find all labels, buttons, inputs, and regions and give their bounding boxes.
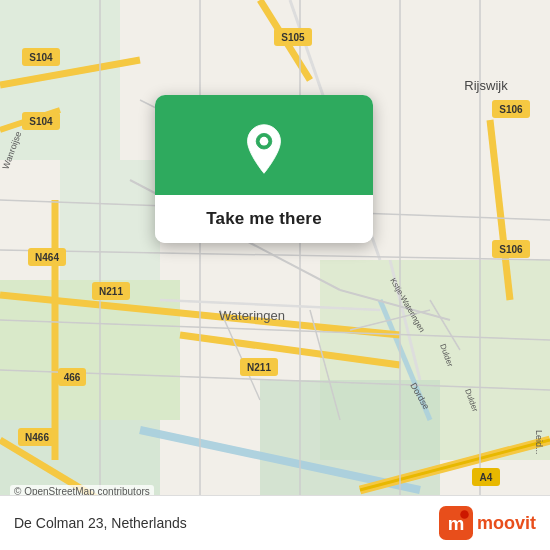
svg-text:S106: S106 <box>499 104 523 115</box>
svg-rect-5 <box>260 380 440 500</box>
svg-text:S104: S104 <box>29 52 53 63</box>
svg-text:S105: S105 <box>281 32 305 43</box>
svg-point-72 <box>460 510 469 519</box>
address-text: De Colman 23, Netherlands <box>14 515 187 531</box>
svg-text:S106: S106 <box>499 244 523 255</box>
svg-text:N466: N466 <box>25 432 49 443</box>
svg-text:N211: N211 <box>247 362 271 373</box>
location-pin-icon <box>238 123 290 175</box>
svg-text:Leid...: Leid... <box>534 430 544 455</box>
moovit-wordmark: moovit <box>477 513 536 534</box>
svg-text:N464: N464 <box>35 252 59 263</box>
map-background: S104 S104 S105 S106 S106 N211 N211 N464 … <box>0 0 550 550</box>
svg-text:466: 466 <box>64 372 81 383</box>
svg-text:A4: A4 <box>480 472 493 483</box>
bottom-bar: De Colman 23, Netherlands m moovit <box>0 495 550 550</box>
popup-card: Take me there <box>155 95 373 243</box>
map-container: S104 S104 S105 S106 S106 N211 N211 N464 … <box>0 0 550 550</box>
svg-rect-3 <box>60 160 160 280</box>
svg-text:Wateringen: Wateringen <box>219 308 285 323</box>
popup-green-area <box>155 95 373 195</box>
take-me-there-button[interactable]: Take me there <box>155 195 373 243</box>
moovit-icon: m <box>439 506 473 540</box>
svg-text:N211: N211 <box>99 286 123 297</box>
moovit-logo: m moovit <box>439 506 536 540</box>
svg-point-69 <box>260 137 269 146</box>
svg-text:S104: S104 <box>29 116 53 127</box>
svg-text:Rijswijk: Rijswijk <box>464 78 508 93</box>
